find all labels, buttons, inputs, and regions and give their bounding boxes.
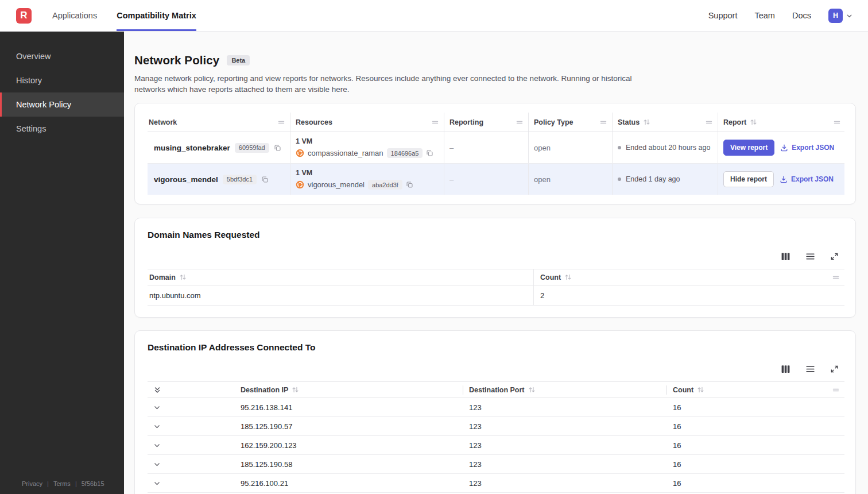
resource-id-badge: 184696a5 — [387, 148, 423, 158]
column-header-status[interactable]: Status — [613, 113, 718, 132]
resource-line: vigorous_mendel aba2dd3f — [296, 180, 413, 190]
sidebar-item-overview[interactable]: Overview — [0, 44, 124, 68]
row-expand-button[interactable] — [153, 461, 161, 468]
column-resize-handle-icon[interactable] — [432, 119, 439, 125]
column-header-report[interactable]: Report — [718, 113, 846, 132]
copy-network-id-button[interactable] — [274, 144, 281, 152]
fullscreen-button[interactable] — [830, 365, 839, 373]
column-header-network[interactable]: Network — [148, 113, 290, 132]
column-header-destination-ip[interactable]: Destination IP — [234, 382, 463, 397]
copy-network-id-button[interactable] — [261, 176, 269, 183]
row-density-button[interactable] — [805, 364, 815, 374]
columns-view-button[interactable] — [781, 252, 790, 261]
tab-compatibility-matrix[interactable]: Compatibility Matrix — [117, 0, 196, 31]
cell-network: vigorous_mendel 5bdf3dc1 — [148, 164, 290, 195]
column-label: Domain — [149, 273, 176, 281]
sort-arrows-icon — [564, 273, 572, 281]
export-json-label: Export JSON — [791, 175, 834, 183]
column-resize-handle-icon[interactable] — [278, 119, 285, 125]
column-resize-handle-icon[interactable] — [706, 119, 712, 125]
hide-report-button[interactable]: Hide report — [723, 171, 774, 187]
network-row-vigorous-mendel: vigorous_mendel 5bdf3dc1 1 VM vigorous_m… — [148, 163, 844, 195]
copy-icon — [406, 181, 413, 188]
sidebar-item-history[interactable]: History — [0, 68, 124, 92]
nav-link-support[interactable]: Support — [708, 11, 738, 20]
column-resize-handle-icon[interactable] — [832, 387, 839, 393]
sidebar-item-settings[interactable]: Settings — [0, 117, 124, 141]
privacy-link[interactable]: Privacy — [22, 480, 42, 487]
resource-line: compassionate_raman 184696a5 — [296, 148, 433, 158]
row-expander-cell — [148, 480, 234, 487]
ubuntu-vm-icon — [296, 149, 304, 157]
sidebar-footer: Privacy | Terms | 5f56b15 — [0, 480, 124, 494]
view-report-button[interactable]: View report — [723, 140, 774, 156]
column-resize-handle-icon[interactable] — [600, 119, 607, 125]
cell-status: Ended 1 day ago — [613, 164, 718, 195]
column-header-reporting[interactable]: Reporting — [444, 113, 529, 132]
ubuntu-vm-icon — [296, 180, 304, 189]
ip-row: 95.216.100.21 123 16 — [148, 474, 844, 493]
table-toolbar — [148, 364, 844, 374]
row-expand-button[interactable] — [153, 404, 161, 411]
column-header-domain[interactable]: Domain — [148, 269, 534, 285]
beta-badge: Beta — [227, 55, 250, 65]
cell-network: musing_stonebraker 60959fad — [148, 132, 290, 163]
ip-row: 185.125.190.57 123 16 — [148, 417, 844, 436]
copy-resource-id-button[interactable] — [406, 181, 413, 188]
sort-arrows-icon — [528, 386, 536, 393]
user-menu[interactable]: H — [828, 9, 853, 23]
export-json-button[interactable]: Export JSON — [780, 144, 834, 152]
cell-count: 16 — [666, 403, 844, 412]
cell-destination-port: 123 — [463, 403, 666, 412]
expand-all-header-cell — [148, 382, 234, 397]
column-header-resources[interactable]: Resources — [290, 113, 444, 132]
column-resize-handle-icon[interactable] — [832, 275, 839, 280]
ip-row: 95.216.138.141 123 16 — [148, 398, 844, 417]
resource-name: compassionate_raman — [308, 149, 383, 157]
column-header-destination-port[interactable]: Destination Port — [463, 382, 666, 397]
row-expand-button[interactable] — [153, 442, 161, 449]
copy-resource-id-button[interactable] — [426, 149, 433, 157]
rows-view-icon — [805, 252, 815, 261]
column-resize-handle-icon[interactable] — [834, 119, 840, 125]
column-header-count[interactable]: Count — [666, 382, 844, 397]
columns-view-button[interactable] — [781, 364, 790, 374]
sidebar: Overview History Network Policy Settings… — [0, 32, 124, 494]
brand-logo[interactable]: R — [16, 8, 32, 24]
row-expand-button[interactable] — [153, 480, 161, 487]
nav-left: R Applications Compatibility Matrix — [16, 0, 196, 31]
chevron-down-icon — [153, 480, 161, 487]
cell-count: 2 — [534, 285, 844, 305]
domains-table-header: Domain Count — [148, 269, 844, 285]
row-density-button[interactable] — [805, 252, 815, 261]
export-json-button[interactable]: Export JSON — [780, 175, 834, 183]
page-header: Network Policy Beta — [134, 53, 856, 67]
cell-destination-port: 123 — [463, 441, 666, 450]
column-resize-handle-icon[interactable] — [516, 119, 523, 125]
column-header-policy-type[interactable]: Policy Type — [529, 113, 613, 132]
nav-link-team[interactable]: Team — [754, 11, 774, 20]
columns-view-icon — [781, 364, 790, 374]
tab-applications[interactable]: Applications — [52, 0, 97, 31]
terms-link[interactable]: Terms — [53, 480, 71, 487]
table-toolbar — [148, 252, 844, 261]
status-text: Ended about 20 hours ago — [626, 144, 710, 152]
cell-destination-ip: 185.125.190.57 — [234, 422, 463, 431]
expand-all-rows-button[interactable] — [153, 386, 161, 394]
row-expand-button[interactable] — [153, 423, 161, 430]
cell-destination-ip: 95.216.100.21 — [234, 479, 463, 488]
main-content: Network Policy Beta Manage network polic… — [124, 32, 868, 494]
sidebar-item-network-policy[interactable]: Network Policy — [0, 92, 124, 117]
domain-names-card: Domain Names Requested Domain Count — [134, 218, 856, 318]
download-icon — [780, 144, 788, 152]
domains-table: Domain Count ntp.ubuntu.com 2 — [148, 269, 844, 306]
fullscreen-button[interactable] — [830, 252, 839, 261]
resource-count: 1 VM — [296, 169, 312, 177]
cell-count: 16 — [666, 441, 844, 450]
nav-link-docs[interactable]: Docs — [792, 11, 811, 20]
column-header-count[interactable]: Count — [534, 269, 844, 285]
double-chevron-down-icon — [153, 386, 161, 394]
sort-arrows-icon — [179, 273, 187, 281]
network-row-musing-stonebraker: musing_stonebraker 60959fad 1 VM compass… — [148, 132, 844, 163]
status-text: Ended 1 day ago — [626, 175, 680, 183]
